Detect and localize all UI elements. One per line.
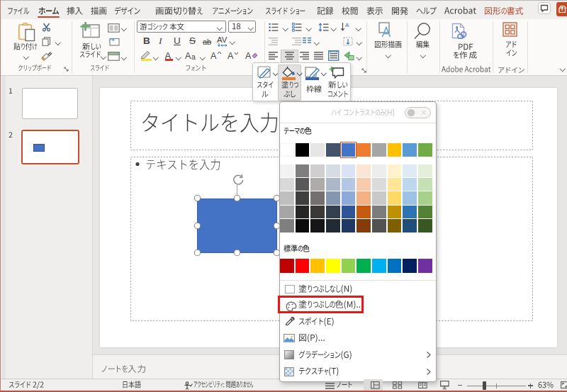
svg-text:A: A bbox=[345, 22, 349, 28]
